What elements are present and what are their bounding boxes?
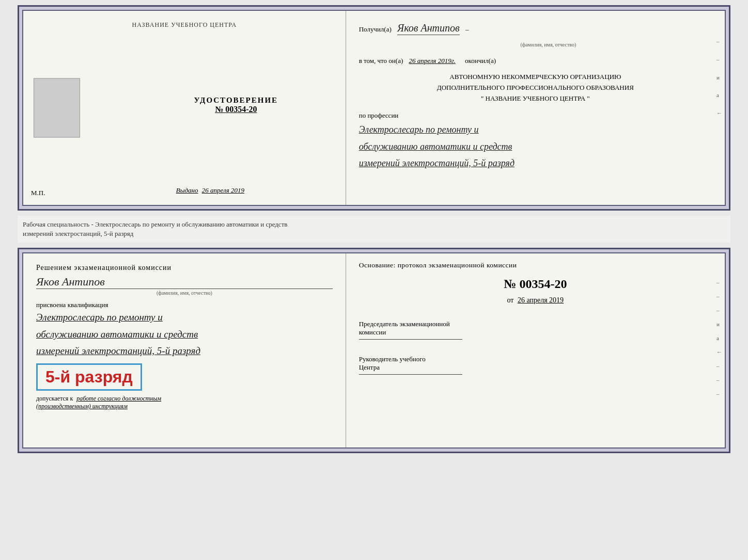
top-right-panel: Получил(а) Яков Антипов – (фамилия, имя,… — [346, 11, 725, 205]
completed-date: 26 апреля 2019г. — [409, 57, 455, 65]
chairman-block: Председатель экзаменационной комиссии — [359, 320, 712, 340]
profession-block: по профессии Электрослесарь по ремонту и… — [359, 109, 712, 172]
top-left-panel: НАЗВАНИЕ УЧЕБНОГО ЦЕНТРА УДОСТОВЕРЕНИЕ №… — [23, 11, 346, 205]
side-marks-bottom: –––иа←––– — [716, 279, 722, 397]
person-name-top: Яков Антипов — [397, 22, 460, 35]
org-block: АВТОНОМНУЮ НЕКОММЕРЧЕСКУЮ ОРГАНИЗАЦИЮ ДО… — [359, 72, 712, 104]
instructions-text: (производственным) инструкциям — [36, 403, 333, 410]
profession-line1: Электрослесарь по ремонту и — [359, 121, 712, 138]
rank-text: 5-й разряд — [45, 367, 133, 386]
date-value: 26 апреля 2019 — [518, 296, 564, 304]
in-that-label: в том, что он(а) — [359, 57, 403, 65]
profession-line3: измерений электростанций, 5-й разряд — [359, 155, 712, 171]
completed-label: окончил(а) — [465, 57, 496, 65]
cert-issued: Выдано 26 апреля 2019 — [176, 186, 244, 195]
bottom-left-panel: Решением экзаменационной комиссии Яков А… — [23, 253, 346, 447]
qualification-label: присвоена квалификация — [36, 301, 333, 309]
fio-sublabel-top: (фамилия, имя, отчество) — [385, 40, 712, 50]
top-document-inner: НАЗВАНИЕ УЧЕБНОГО ЦЕНТРА УДОСТОВЕРЕНИЕ №… — [22, 10, 726, 206]
received-row: Получил(а) Яков Антипов – — [359, 19, 712, 37]
org-line2: ДОПОЛНИТЕЛЬНОГО ПРОФЕССИОНАЛЬНОГО ОБРАЗО… — [359, 83, 712, 93]
person-name-bottom: Яков Антипов — [36, 275, 333, 289]
допускается-text: работе согласно должностным — [76, 395, 161, 402]
qual-line2: обслуживанию автоматики и средств — [36, 326, 333, 343]
decision-label: Решением экзаменационной комиссии — [36, 264, 333, 272]
issued-date: 26 апреля 2019 — [202, 186, 244, 194]
chairman-line2: комиссии — [359, 328, 712, 337]
org-line1: АВТОНОМНУЮ НЕКОММЕРЧЕСКУЮ ОРГАНИЗАЦИЮ — [359, 72, 712, 83]
director-signature — [359, 374, 462, 375]
director-line1: Руководитель учебного — [359, 355, 712, 363]
bottom-right-panel: Основание: протокол экзаменационной коми… — [346, 253, 725, 447]
mp-label: М.П. — [31, 189, 45, 197]
bottom-document: Решением экзаменационной комиссии Яков А… — [18, 248, 730, 453]
photo-placeholder — [34, 78, 80, 138]
rank-box: 5-й разряд — [36, 363, 142, 391]
top-document: НАЗВАНИЕ УЧЕБНОГО ЦЕНТРА УДОСТОВЕРЕНИЕ №… — [18, 5, 730, 211]
bottom-document-inner: Решением экзаменационной комиссии Яков А… — [22, 252, 726, 449]
director-block: Руководитель учебного Центра — [359, 355, 712, 375]
date-prefix: от — [507, 296, 514, 304]
top-center-title: НАЗВАНИЕ УЧЕБНОГО ЦЕНТРА — [132, 21, 237, 29]
cert-title: УДОСТОВЕРЕНИЕ — [194, 96, 278, 105]
допускается-block: допускается к работе согласно должностны… — [36, 395, 333, 403]
profession-label: по профессии — [359, 109, 712, 121]
director-line2: Центра — [359, 363, 712, 372]
basis-label: Основание: протокол экзаменационной коми… — [359, 261, 712, 269]
cert-number: № 00354-20 — [194, 105, 278, 114]
org-line3: " НАЗВАНИЕ УЧЕБНОГО ЦЕНТРА " — [359, 93, 712, 104]
fio-sublabel-bottom: (фамилия, имя, отчество) — [36, 290, 333, 296]
basis-number: № 00354-20 — [359, 277, 712, 291]
profession-line2: обслуживанию автоматики и средств — [359, 138, 712, 155]
qual-line1: Электрослесарь по ремонту и — [36, 309, 333, 326]
side-marks-top: ––иа← — [716, 37, 722, 119]
issued-label: Выдано — [176, 186, 198, 194]
separator-text: Рабочая специальность - Электрослесарь п… — [18, 216, 730, 243]
chairman-line1: Председатель экзаменационной — [359, 320, 712, 328]
basis-date: от 26 апреля 2019 — [359, 296, 712, 305]
in-that-row: в том, что он(а) 26 апреля 2019г. окончи… — [359, 55, 712, 67]
received-label: Получил(а) — [359, 25, 392, 33]
допускается-prefix: допускается к — [36, 395, 73, 402]
qual-line3: измерений электростанций, 5-й разряд — [36, 343, 333, 359]
chairman-signature — [359, 339, 462, 340]
